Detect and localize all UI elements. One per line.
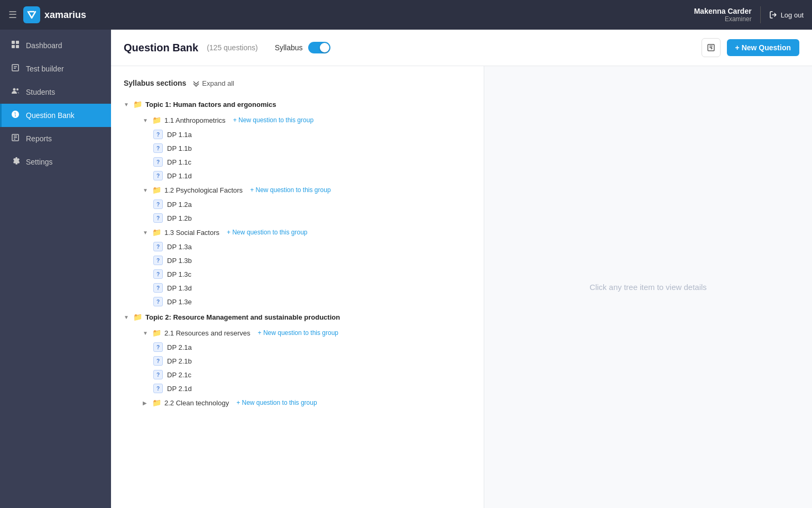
new-question-group-link[interactable]: + New question to this group	[233, 116, 313, 124]
sidebar-item-label: Settings	[26, 158, 53, 166]
chevron-right-icon: ▶	[143, 400, 149, 406]
leaf-label: DP 1.3d	[167, 284, 192, 292]
layout: Dashboard Test builder Students Question…	[0, 30, 812, 508]
sidebar-item-label: Reports	[26, 134, 52, 143]
logo[interactable]: xamarius	[23, 6, 694, 23]
new-question-group-link[interactable]: + New question to this group	[258, 329, 338, 337]
svg-rect-1	[16, 41, 19, 44]
chevron-down-icon: ▼	[143, 230, 149, 235]
nav-divider	[760, 6, 761, 23]
leaf-row[interactable]: ? DP 1.3c	[111, 267, 484, 281]
sidebar-item-question-bank[interactable]: Question Bank	[0, 104, 111, 127]
leaf-label: DP 2.1c	[167, 371, 191, 379]
leaf-row[interactable]: ? DP 2.1d	[111, 382, 484, 395]
group-row[interactable]: ▼ 📁 2.1 Resources and reserves + New que…	[111, 325, 484, 340]
group-label: 2.1 Resources and reserves	[164, 329, 251, 337]
leaf-row[interactable]: ? DP 1.3e	[111, 295, 484, 309]
svg-point-8	[16, 88, 19, 90]
new-question-group-link[interactable]: + New question to this group	[236, 399, 317, 406]
question-icon: ?	[153, 171, 163, 180]
logo-text: xamarius	[44, 10, 86, 21]
expand-all-button[interactable]: Expand all	[192, 79, 234, 87]
logout-label: Log out	[781, 11, 804, 19]
question-count: (125 questions)	[207, 43, 258, 52]
menu-icon[interactable]: ☰	[8, 9, 17, 21]
user-role: Examiner	[694, 15, 752, 23]
topic-row[interactable]: ▼ 📁 Topic 1: Human factors and ergonomic…	[111, 96, 484, 113]
leaf-label: DP 2.1d	[167, 385, 192, 393]
group-row[interactable]: ▼ 📁 1.2 Psychological Factors + New ques…	[111, 183, 484, 197]
leaf-label: DP 1.3a	[167, 243, 192, 251]
sidebar-item-settings[interactable]: Settings	[0, 150, 111, 174]
group-label: 2.2 Clean technology	[164, 399, 229, 407]
export-button[interactable]	[702, 38, 721, 57]
leaf-row[interactable]: ? DP 2.1a	[111, 340, 484, 354]
question-icon: ?	[153, 370, 163, 379]
sidebar-item-test-builder[interactable]: Test builder	[0, 57, 111, 80]
leaf-label: DP 1.1b	[167, 144, 192, 152]
leaf-label: DP 1.1c	[167, 158, 191, 166]
new-question-button[interactable]: + New Question	[727, 39, 799, 56]
leaf-label: DP 1.2a	[167, 201, 192, 208]
new-question-group-link[interactable]: + New question to this group	[227, 229, 307, 236]
leaf-row[interactable]: ? DP 2.1b	[111, 354, 484, 368]
leaf-row[interactable]: ? DP 1.1a	[111, 128, 484, 141]
sidebar-item-reports[interactable]: Reports	[0, 127, 111, 150]
topic-row[interactable]: ▼ 📁 Topic 2: Resource Management and sus…	[111, 309, 484, 325]
sidebar-item-label: Students	[26, 88, 55, 96]
question-icon: ?	[153, 157, 163, 167]
leaf-row[interactable]: ? DP 1.2b	[111, 211, 484, 225]
leaf-row[interactable]: ? DP 2.1c	[111, 368, 484, 382]
leaf-row[interactable]: ? DP 1.2a	[111, 197, 484, 211]
user-info: Makenna Carder Examiner	[694, 7, 752, 23]
detail-panel: Click any tree item to view details	[484, 66, 812, 508]
logout-button[interactable]: Log out	[769, 11, 804, 19]
user-name: Makenna Carder	[694, 7, 752, 15]
settings-icon	[10, 157, 21, 167]
sidebar-item-label: Dashboard	[26, 41, 62, 50]
leaf-row[interactable]: ? DP 1.3a	[111, 240, 484, 253]
folder-icon: 📁	[152, 116, 161, 124]
group-row[interactable]: ▼ 📁 1.3 Social Factors + New question to…	[111, 225, 484, 240]
leaf-label: DP 1.1a	[167, 131, 192, 139]
svg-rect-2	[12, 45, 15, 48]
leaf-row[interactable]: ? DP 1.1d	[111, 169, 484, 183]
svg-rect-0	[12, 41, 15, 44]
topnav: ☰ xamarius Makenna Carder Examiner Log o…	[0, 0, 812, 30]
question-icon: ?	[153, 213, 163, 223]
leaf-row[interactable]: ? DP 1.1c	[111, 155, 484, 169]
syllabus-switch[interactable]	[308, 42, 330, 53]
question-icon: ?	[153, 242, 163, 251]
group-row[interactable]: ▶ 📁 2.2 Clean technology + New question …	[111, 395, 484, 410]
tree-header: Syllabus sections Expand all	[111, 75, 484, 96]
leaf-row[interactable]: ? DP 1.1b	[111, 141, 484, 155]
logo-icon	[23, 6, 40, 23]
group-row[interactable]: ▼ 📁 1.1 Anthropometrics + New question t…	[111, 113, 484, 128]
sidebar-item-dashboard[interactable]: Dashboard	[0, 34, 111, 57]
sidebar-item-students[interactable]: Students	[0, 80, 111, 104]
main-content: Question Bank (125 questions) Syllabus +…	[111, 30, 812, 508]
content-body: Syllabus sections Expand all ▼ 📁 Topic 1…	[111, 66, 812, 508]
reports-icon	[10, 133, 21, 144]
students-icon	[10, 87, 21, 97]
test-builder-icon	[10, 64, 21, 74]
detail-placeholder: Click any tree item to view details	[589, 283, 707, 292]
leaf-row[interactable]: ? DP 1.3d	[111, 281, 484, 295]
leaf-row[interactable]: ? DP 1.3b	[111, 253, 484, 267]
page-title: Question Bank	[124, 42, 198, 54]
folder-icon: 📁	[133, 100, 142, 108]
leaf-label: DP 1.1d	[167, 172, 192, 180]
question-icon: ?	[153, 283, 163, 293]
new-question-group-link[interactable]: + New question to this group	[250, 186, 330, 194]
svg-rect-3	[16, 45, 19, 48]
syllabus-toggle[interactable]: Syllabus	[275, 42, 330, 53]
question-icon: ?	[153, 384, 163, 393]
leaf-label: DP 1.3e	[167, 298, 192, 306]
expand-all-label: Expand all	[202, 79, 234, 87]
question-icon: ?	[153, 269, 163, 279]
sidebar-item-label: Test builder	[26, 65, 64, 73]
question-icon: ?	[153, 297, 163, 306]
sidebar-item-label: Question Bank	[26, 111, 75, 120]
topic-label: Topic 2: Resource Management and sustain…	[145, 313, 340, 321]
group-label: 1.3 Social Factors	[164, 229, 219, 237]
